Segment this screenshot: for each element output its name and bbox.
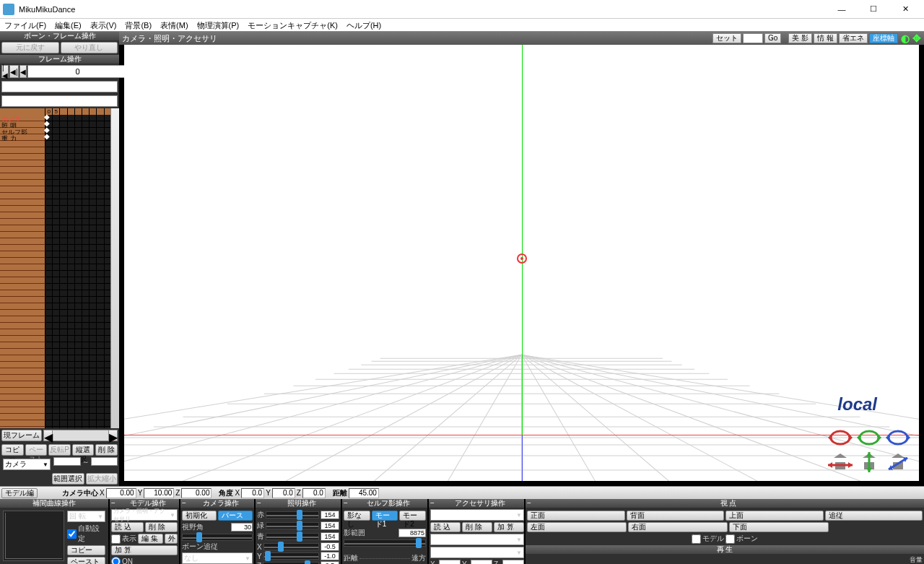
track-selfshadow[interactable]: セルフ影: [0, 128, 45, 134]
camera-collapse[interactable]: −: [180, 499, 188, 508]
view-collapse[interactable]: −: [526, 499, 533, 508]
view-model-check[interactable]: [692, 534, 701, 544]
camera-fov-slider[interactable]: [182, 534, 253, 541]
frame-first-button[interactable]: |◀: [1, 65, 9, 78]
timeline-vscroll[interactable]: [110, 108, 119, 428]
view-front-button[interactable]: 正面: [527, 511, 625, 521]
beautyshadow-button[interactable]: 美 影: [788, 33, 812, 43]
model-assign-button[interactable]: 加 算: [111, 545, 178, 555]
shadow-none-button[interactable]: 影なし: [344, 511, 370, 521]
shadow-mode1-button[interactable]: モード1: [372, 511, 398, 521]
rangesel-button[interactable]: 範囲選択: [52, 473, 84, 485]
eco-button[interactable]: 省エネ: [839, 33, 868, 43]
frame-prev-button[interactable]: ◀: [19, 65, 27, 78]
paste-button[interactable]: ペースト: [25, 444, 48, 456]
maximize-button[interactable]: ☐: [858, 1, 889, 18]
model-on-radio[interactable]: [111, 557, 121, 564]
light-y-slider[interactable]: [263, 552, 319, 560]
menu-expression[interactable]: 表情(M): [156, 19, 193, 31]
light-x-slider[interactable]: [263, 543, 319, 550]
model-load-button[interactable]: 読 込: [111, 522, 144, 532]
frame-search-input2[interactable]: [1, 95, 118, 107]
axis-button[interactable]: 座標軸: [869, 33, 898, 43]
view-bottom-button[interactable]: 下面: [729, 522, 829, 532]
light-g-slider[interactable]: [266, 522, 319, 529]
shadow-collapse[interactable]: −: [342, 499, 349, 508]
range-from-input[interactable]: [53, 457, 81, 466]
view-follow-button[interactable]: 追従: [825, 511, 923, 521]
colsel-button[interactable]: 縦選択: [72, 444, 95, 456]
acc-assign-button[interactable]: 加 算: [494, 522, 524, 532]
track-light[interactable]: 照 明: [0, 121, 45, 128]
rotate-z-icon[interactable]: [886, 428, 910, 448]
acc-y-input[interactable]: [471, 560, 492, 564]
model-edit-button2[interactable]: 編 集: [138, 534, 163, 544]
rotate-x-icon[interactable]: [828, 428, 853, 448]
curframe-button[interactable]: 現フレーム: [1, 430, 42, 441]
redo-button[interactable]: やり直し: [61, 42, 118, 53]
minimize-button[interactable]: —: [826, 1, 858, 18]
track-camera[interactable]: カメラ: [0, 115, 45, 121]
camera-target-icon[interactable]: [517, 253, 527, 264]
shadow-range-slider[interactable]: [344, 539, 426, 547]
cam-y[interactable]: 10.00: [144, 488, 174, 498]
expand-button[interactable]: 拡大縮小: [86, 473, 118, 485]
menu-physics[interactable]: 物理演算(P): [193, 19, 244, 31]
acc-del-button[interactable]: 削 除: [462, 522, 492, 532]
frame-search-input[interactable]: [1, 81, 118, 92]
model-select-combo[interactable]: カメラ・照明・アクセサリ: [111, 509, 178, 521]
frame-prevkey-button[interactable]: ◀|: [9, 65, 19, 78]
rotate-y-icon[interactable]: [857, 428, 881, 448]
model-del-button[interactable]: 削 除: [145, 522, 178, 532]
frame-input[interactable]: [27, 65, 128, 78]
cam-z[interactable]: 0.00: [181, 488, 212, 498]
move-x-icon[interactable]: [828, 452, 853, 472]
camera-follow-combo[interactable]: なし: [182, 552, 253, 564]
curve-auto-check[interactable]: [67, 529, 77, 539]
shadow-mode2-button[interactable]: モード2: [399, 511, 426, 521]
move-z-icon[interactable]: [886, 452, 910, 472]
acc-z-input[interactable]: [502, 560, 524, 564]
view-bone-check[interactable]: [725, 534, 735, 544]
cam-x[interactable]: 0.00: [106, 488, 136, 498]
copy-button[interactable]: コピー: [1, 444, 24, 456]
camera-fov-input[interactable]: [231, 523, 253, 532]
move-y-icon[interactable]: [857, 452, 881, 472]
acc-bone-combo[interactable]: [430, 547, 524, 558]
ang-x[interactable]: 0.0: [241, 488, 264, 498]
viewport-move-icon[interactable]: ✥: [912, 32, 921, 44]
camera-init-button[interactable]: 初期化: [182, 511, 217, 521]
dist-val[interactable]: 45.00: [349, 488, 379, 498]
timeline-hscroll[interactable]: ◀ ▶: [43, 430, 118, 441]
timeline[interactable]: 0 5 カメラ 照 明 セルフ影 重 力: [0, 108, 119, 428]
shadow-range-input[interactable]: [398, 529, 426, 537]
delete-button[interactable]: 削 除: [95, 444, 118, 456]
ang-z[interactable]: 0.0: [302, 488, 326, 498]
curve-editor[interactable]: [3, 511, 64, 561]
acc-x-input[interactable]: [439, 560, 461, 564]
acc-model-combo[interactable]: [430, 534, 524, 545]
track-gravity[interactable]: 重 力: [0, 134, 45, 141]
menu-help[interactable]: ヘルプ(H): [342, 19, 385, 31]
model-disp-check[interactable]: [111, 534, 121, 544]
acc-load-button[interactable]: 読 込: [430, 522, 461, 532]
reverse-button[interactable]: 反転P: [48, 444, 71, 456]
menu-background[interactable]: 背景(B): [121, 19, 156, 31]
set-value[interactable]: 0: [743, 33, 763, 43]
model-ext-button[interactable]: 外: [165, 534, 178, 544]
menu-edit[interactable]: 編集(E): [51, 19, 86, 31]
view-back-button[interactable]: 背面: [627, 511, 725, 521]
light-collapse[interactable]: −: [256, 499, 263, 508]
light-r-slider[interactable]: [266, 511, 319, 519]
menu-view[interactable]: 表示(V): [86, 19, 121, 31]
ang-y[interactable]: 0.0: [272, 488, 295, 498]
undo-button[interactable]: 元に戻す: [1, 42, 59, 53]
view-top-button[interactable]: 上面: [725, 511, 824, 521]
go-button[interactable]: Go: [764, 33, 781, 43]
camera-pers-button[interactable]: パース: [218, 511, 253, 521]
range-to-input[interactable]: [91, 457, 118, 466]
curve-copy-button[interactable]: コピー: [67, 545, 105, 555]
menu-mocap[interactable]: モーションキャプチャ(K): [243, 19, 342, 31]
curve-rot-combo[interactable]: 回 転: [67, 511, 105, 522]
info-button[interactable]: 情 報: [814, 33, 837, 43]
